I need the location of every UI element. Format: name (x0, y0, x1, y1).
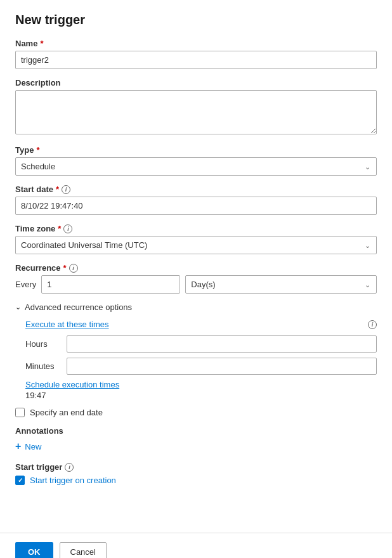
recurrence-field-group: Recurrence * i Every Day(s) Week(s) Mont… (15, 263, 377, 294)
start-trigger-on-creation-label: Start trigger on creation (30, 476, 116, 485)
start-date-label: Start date * i (15, 185, 377, 194)
timezone-select[interactable]: Coordinated Universal Time (UTC) (15, 236, 377, 254)
every-label: Every (15, 280, 36, 289)
advanced-toggle-label: Advanced recurrence options (25, 302, 132, 312)
start-trigger-group: Start trigger i Start trigger on creatio… (15, 462, 377, 485)
minutes-input[interactable] (67, 358, 377, 375)
recurrence-unit-select[interactable]: Day(s) Week(s) Month(s) Minute(s) Hour(s… (185, 275, 377, 294)
name-input[interactable] (15, 51, 377, 69)
hours-label: Hours (25, 339, 60, 349)
annotations-group: Annotations + New (15, 426, 377, 452)
advanced-chevron-icon: ⌄ (15, 303, 21, 311)
advanced-recurrence-section: Execute at these times i Hours Minutes S… (15, 320, 377, 400)
timezone-label: Time zone * i (15, 224, 377, 233)
plus-icon: + (15, 441, 21, 452)
name-field-group: Name * (15, 39, 377, 69)
execute-times-info-icon[interactable]: i (368, 320, 377, 329)
recurrence-info-icon[interactable]: i (69, 264, 78, 273)
hours-row: Hours (25, 335, 377, 353)
recurrence-required: * (63, 263, 67, 273)
schedule-time-value: 19:47 (25, 391, 377, 400)
type-label: Type * (15, 145, 377, 155)
start-trigger-label: Start trigger i (15, 462, 377, 472)
minutes-row: Minutes (25, 358, 377, 375)
start-date-field-group: Start date * i (15, 185, 377, 215)
recurrence-number-input[interactable] (41, 275, 180, 294)
start-trigger-row: Start trigger on creation (15, 476, 377, 485)
type-field-group: Type * Schedule Tumbling Window Storage … (15, 145, 377, 176)
type-select[interactable]: Schedule Tumbling Window Storage events … (15, 157, 377, 176)
description-input[interactable] (15, 90, 377, 134)
type-select-wrapper: Schedule Tumbling Window Storage events … (15, 157, 377, 176)
specify-end-date-checkbox[interactable] (15, 408, 25, 417)
timezone-field-group: Time zone * i Coordinated Universal Time… (15, 224, 377, 254)
ok-button[interactable]: OK (15, 542, 53, 558)
start-trigger-checkbox[interactable] (15, 476, 25, 485)
recurrence-row: Every Day(s) Week(s) Month(s) Minute(s) … (15, 275, 377, 294)
advanced-recurrence-toggle[interactable]: ⌄ Advanced recurrence options (15, 302, 377, 312)
type-required: * (36, 145, 39, 155)
timezone-info-icon[interactable]: i (63, 224, 72, 233)
description-field-group: Description (15, 78, 377, 136)
execute-times-header: Execute at these times i (25, 320, 377, 329)
new-label: New (25, 442, 41, 451)
name-label: Name * (15, 39, 377, 48)
start-date-input[interactable] (15, 197, 377, 215)
page-title: New trigger (15, 13, 377, 27)
recurrence-unit-wrapper: Day(s) Week(s) Month(s) Minute(s) Hour(s… (185, 275, 377, 294)
specify-end-date-label: Specify an end date (30, 408, 103, 417)
start-trigger-info-icon[interactable]: i (65, 463, 74, 472)
annotations-label: Annotations (15, 426, 377, 436)
footer: OK Cancel (0, 533, 392, 558)
schedule-execution-link[interactable]: Schedule execution times (25, 380, 377, 389)
hours-input[interactable] (67, 335, 377, 353)
cancel-button[interactable]: Cancel (60, 542, 107, 558)
new-annotation-button[interactable]: + New (15, 441, 377, 452)
timezone-select-wrapper: Coordinated Universal Time (UTC) ⌄ (15, 236, 377, 254)
timezone-required: * (58, 224, 61, 233)
start-date-info-icon[interactable]: i (62, 185, 70, 194)
execute-times-link[interactable]: Execute at these times (25, 320, 109, 329)
recurrence-label: Recurrence * i (15, 263, 377, 273)
name-required: * (40, 39, 43, 48)
description-label: Description (15, 78, 377, 88)
start-date-required: * (56, 185, 59, 194)
minutes-label: Minutes (25, 361, 60, 371)
specify-end-date-row: Specify an end date (15, 408, 377, 417)
